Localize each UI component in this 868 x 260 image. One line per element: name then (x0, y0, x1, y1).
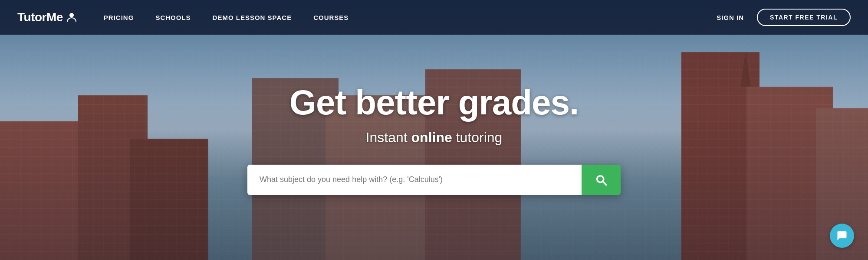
svg-line-2 (603, 182, 606, 185)
start-trial-button[interactable]: START FREE TRIAL (757, 9, 851, 26)
nav-courses[interactable]: COURSES (313, 14, 349, 21)
sign-in-link[interactable]: SIGN IN (717, 14, 744, 21)
logo[interactable]: TutorMe (17, 10, 78, 24)
nav-pricing[interactable]: PRICING (104, 14, 134, 21)
search-button[interactable] (582, 165, 621, 195)
hero-subtitle-bold: online (411, 130, 452, 145)
logo-person-icon (66, 11, 78, 23)
chat-button[interactable] (830, 224, 854, 248)
search-icon (595, 174, 607, 186)
navbar: TutorMe PRICING SCHOOLS DEMO LESSON SPAC… (0, 0, 868, 35)
nav-demo[interactable]: DEMO LESSON SPACE (213, 14, 292, 21)
svg-point-0 (69, 13, 74, 17)
nav-schools[interactable]: SCHOOLS (155, 14, 191, 21)
search-input[interactable] (247, 165, 582, 195)
hero-subtitle-prefix: Instant (366, 130, 411, 145)
search-bar (247, 165, 621, 195)
hero-subtitle-suffix: tutoring (452, 130, 503, 145)
chat-icon (836, 230, 848, 242)
nav-right: SIGN IN START FREE TRIAL (717, 9, 851, 26)
logo-text: TutorMe (17, 10, 63, 24)
hero-subtitle: Instant online tutoring (366, 130, 503, 146)
hero-content: Get better grades. Instant online tutori… (0, 0, 868, 260)
hero-title: Get better grades. (289, 83, 579, 123)
nav-links: PRICING SCHOOLS DEMO LESSON SPACE COURSE… (104, 14, 717, 21)
hero-section: TutorMe PRICING SCHOOLS DEMO LESSON SPAC… (0, 0, 868, 260)
